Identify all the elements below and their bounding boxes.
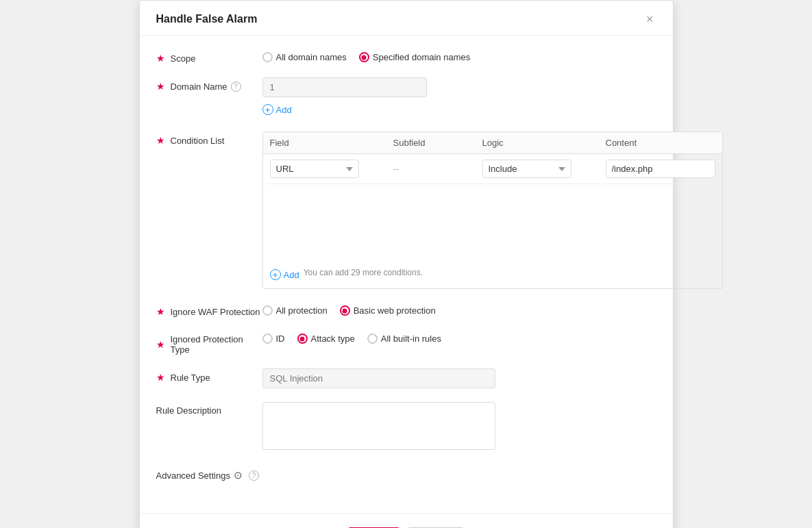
domain-name-input[interactable] [262,77,427,97]
content-input[interactable] [606,160,715,178]
field-cell: URL [270,160,393,178]
protection-attack-label: Attack type [311,334,355,344]
close-button[interactable]: × [643,13,656,25]
condition-add-button[interactable]: + Add [270,266,299,283]
condition-table-body: URL -- Include [263,154,722,257]
ignored-protection-type-content: ID Attack type All built-in rules [262,331,656,344]
domain-name-row: ★ Domain Name ? + Add [156,77,656,118]
condition-list-label: ★ Condition List [156,131,262,146]
handle-false-alarm-dialog: Handle False Alarm × ★ Scope All domain … [139,0,674,528]
scope-specified-radio[interactable] [359,52,369,62]
field-col-header: Field [270,138,393,148]
domain-name-content: + Add [262,77,656,118]
scope-row: ★ Scope All domain names Specified domai… [156,49,656,64]
subfield-col-header: Subfield [393,138,482,148]
waf-basic-radio[interactable] [340,305,350,316]
condition-add-label: Add [284,270,299,280]
content-cell [606,160,715,178]
condition-footer: + Add You can add 29 more conditions. [263,257,722,288]
domain-add-label: Add [276,105,292,115]
scope-specified-label: Specified domain names [373,52,470,62]
logic-col-header: Logic [482,138,606,148]
scope-all-label: All domain names [276,52,347,62]
domain-add-button[interactable]: + Add [262,101,292,118]
rule-type-content [262,368,656,388]
scope-content: All domain names Specified domain names [262,49,656,62]
scope-radio-group: All domain names Specified domain names [262,49,656,62]
ignore-waf-label: ★ Ignore WAF Protection [156,303,262,317]
condition-required: ★ [156,135,165,146]
ignored-protection-type-row: ★ Ignored Protection Type ID Attack type [156,331,656,355]
condition-table: Field Subfield Logic Content URL [262,131,723,289]
field-select[interactable]: URL [270,160,359,178]
advanced-settings-help-icon[interactable]: ? [249,470,259,481]
waf-basic-label: Basic web protection [354,305,436,316]
ignore-waf-row: ★ Ignore WAF Protection All protection B… [156,303,656,317]
condition-row: URL -- Include [263,154,722,184]
scope-all-radio[interactable] [262,52,273,62]
chevron-down-icon[interactable]: ⊙ [234,469,243,481]
waf-all-label: All protection [276,305,328,316]
ignored-protection-type-label: ★ Ignored Protection Type [156,331,262,355]
condition-list-content: Field Subfield Logic Content URL [262,131,723,289]
advanced-settings-label: Advanced Settings ⊙ ? [156,466,262,481]
scope-all-option[interactable]: All domain names [262,52,347,62]
subfield-cell: -- [393,164,482,174]
protection-builtin-option[interactable]: All built-in rules [367,334,441,344]
logic-cell: Include [482,160,606,178]
domain-required: ★ [156,81,165,92]
advanced-settings-text: Advanced Settings [156,470,230,481]
rule-description-label: Rule Description [156,402,262,416]
advanced-settings-row: Advanced Settings ⊙ ? [156,466,656,481]
waf-required: ★ [156,306,165,317]
logic-select[interactable]: Include [482,160,571,178]
ignore-waf-radio-group: All protection Basic web protection [262,303,656,316]
condition-add-circle-icon: + [270,269,281,280]
scope-specified-option[interactable]: Specified domain names [359,52,470,62]
protection-builtin-radio[interactable] [367,334,378,344]
rule-type-row: ★ Rule Type [156,368,656,388]
protection-id-label: ID [276,334,285,344]
domain-help-icon[interactable]: ? [231,81,241,92]
dialog-footer: OK Cancel [140,513,673,528]
waf-basic-option[interactable]: Basic web protection [340,305,436,316]
dialog-title: Handle False Alarm [156,13,258,25]
protection-id-option[interactable]: ID [262,334,285,344]
rule-type-required: ★ [156,372,165,383]
protection-attack-radio[interactable] [297,334,308,344]
rule-description-textarea[interactable] [262,402,495,450]
dialog-header: Handle False Alarm × [140,1,673,36]
protection-type-radio-group: ID Attack type All built-in rules [262,331,656,344]
domain-name-label: ★ Domain Name ? [156,77,262,92]
condition-add-hint: You can add 29 more conditions. [304,268,423,277]
rule-type-label: ★ Rule Type [156,368,262,383]
protection-builtin-label: All built-in rules [381,334,441,344]
content-col-header: Content [606,138,715,148]
condition-list-row: ★ Condition List Field Subfield Logic Co… [156,131,656,289]
protection-id-radio[interactable] [262,334,273,344]
scope-label: ★ Scope [156,49,262,64]
rule-type-input[interactable] [262,368,495,388]
condition-table-header: Field Subfield Logic Content [263,132,722,154]
rule-description-row: Rule Description [156,402,656,452]
protection-type-required: ★ [156,339,165,350]
protection-attack-option[interactable]: Attack type [297,334,355,344]
ignore-waf-content: All protection Basic web protection [262,303,656,316]
subfield-value: -- [393,164,399,174]
scope-required: ★ [156,53,165,64]
add-circle-icon: + [262,104,273,115]
rule-description-content [262,402,656,452]
dialog-body: ★ Scope All domain names Specified domai… [140,36,673,502]
waf-all-option[interactable]: All protection [262,305,328,316]
waf-all-radio[interactable] [262,305,273,316]
